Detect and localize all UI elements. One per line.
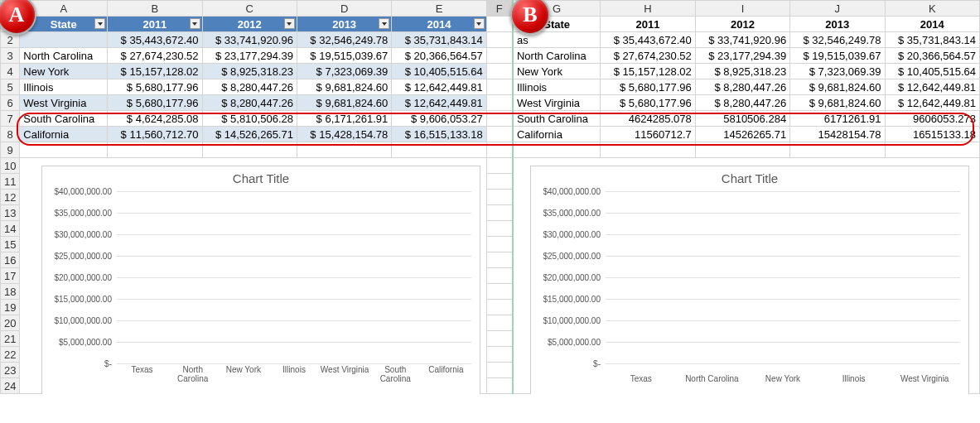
tableA-header-2012[interactable]: 2012 <box>202 17 297 32</box>
cell[interactable] <box>790 142 885 158</box>
row-header[interactable]: 21 <box>1 331 20 347</box>
cell[interactable]: $ 10,405,515.64 <box>885 64 980 79</box>
cell[interactable]: 15428154.78 <box>790 127 885 142</box>
cell[interactable]: $ 35,443,672.40 <box>601 32 695 48</box>
cell[interactable]: California <box>513 127 601 142</box>
cell[interactable] <box>486 347 513 363</box>
cell[interactable]: $ 12,642,449.81 <box>392 95 486 111</box>
cell[interactable] <box>601 142 695 158</box>
cell[interactable]: $ 20,366,564.57 <box>885 48 980 64</box>
cell[interactable]: $ 33,741,920.96 <box>202 32 297 48</box>
cell[interactable] <box>486 127 513 142</box>
row-header[interactable]: 3 <box>1 48 20 64</box>
tableA-header-2011[interactable]: 2011 <box>108 17 202 32</box>
cell[interactable]: $ 14,526,265.71 <box>202 127 297 142</box>
cell[interactable] <box>486 111 513 127</box>
cell[interactable]: $ 5,810,506.28 <box>202 111 297 127</box>
cell[interactable] <box>486 79 513 95</box>
col-header-h[interactable]: H <box>601 1 695 17</box>
cell[interactable] <box>486 221 513 237</box>
cell[interactable] <box>486 363 513 378</box>
cell[interactable]: $ 15,157,128.02 <box>108 64 202 79</box>
cell[interactable]: $ 10,405,515.64 <box>392 64 486 79</box>
row-header[interactable]: 17 <box>1 268 20 284</box>
cell[interactable]: $ 7,323,069.39 <box>297 64 391 79</box>
cell[interactable]: New York <box>513 64 601 79</box>
cell[interactable] <box>297 142 391 158</box>
row-header[interactable]: 11 <box>1 174 20 190</box>
cell[interactable] <box>202 142 297 158</box>
cell[interactable] <box>486 190 513 205</box>
cell[interactable] <box>695 142 789 158</box>
cell[interactable]: California <box>20 127 108 142</box>
cell[interactable] <box>486 205 513 221</box>
tableA-header-2014[interactable]: 2014 <box>392 17 486 32</box>
col-header-e[interactable]: E <box>392 1 486 17</box>
cell[interactable] <box>885 142 980 158</box>
row-header[interactable]: 6 <box>1 95 20 111</box>
cell[interactable]: $ 9,681,824.60 <box>790 95 885 111</box>
cell[interactable]: $ 12,642,449.81 <box>885 95 980 111</box>
tableB-header-2012[interactable]: 2012 <box>695 17 789 32</box>
cell[interactable]: West Virginia <box>20 95 108 111</box>
row-header[interactable]: 8 <box>1 127 20 142</box>
cell[interactable]: 4624285.078 <box>601 111 695 127</box>
cell[interactable] <box>486 158 513 174</box>
filter-dropdown-icon[interactable] <box>190 18 200 29</box>
cell[interactable] <box>486 315 513 331</box>
cell[interactable]: 5810506.284 <box>695 111 789 127</box>
cell[interactable]: $ 8,925,318.23 <box>202 64 297 79</box>
cell[interactable]: 11560712.7 <box>601 127 695 142</box>
cell[interactable]: South Carolina <box>513 111 601 127</box>
cell[interactable]: $ 20,366,564.57 <box>392 48 486 64</box>
cell[interactable]: $ 35,443,672.40 <box>108 32 202 48</box>
row-header[interactable]: 16 <box>1 252 20 268</box>
cell[interactable]: North Carolina <box>513 48 601 64</box>
row-header[interactable]: 20 <box>1 315 20 331</box>
cell[interactable] <box>486 174 513 190</box>
cell[interactable]: $ 8,280,447.26 <box>695 95 789 111</box>
filter-dropdown-icon[interactable] <box>474 18 485 29</box>
cell[interactable]: $ 23,177,294.39 <box>202 48 297 64</box>
cell[interactable]: $ 5,680,177.96 <box>108 79 202 95</box>
row-header[interactable]: 22 <box>1 347 20 363</box>
cell[interactable]: West Virginia <box>513 95 601 111</box>
cell[interactable]: $ 4,624,285.08 <box>108 111 202 127</box>
col-header-f[interactable]: F <box>486 1 513 17</box>
cell[interactable]: $ 12,642,449.81 <box>885 79 980 95</box>
cell[interactable] <box>486 64 513 79</box>
row-header[interactable]: 5 <box>1 79 20 95</box>
row-header[interactable]: 18 <box>1 284 20 300</box>
cell[interactable] <box>486 32 513 48</box>
cell[interactable]: Illinois <box>20 79 108 95</box>
cell[interactable]: 16515133.18 <box>885 127 980 142</box>
row-header[interactable]: 4 <box>1 64 20 79</box>
row-header[interactable]: 13 <box>1 205 20 221</box>
row-header[interactable]: 9 <box>1 142 20 158</box>
col-header-k[interactable]: K <box>885 1 980 17</box>
row-header[interactable]: 10 <box>1 158 20 174</box>
tableB-header-2011[interactable]: 2011 <box>601 17 695 32</box>
cell[interactable]: New York <box>20 64 108 79</box>
chart-right[interactable]: Chart Title $-$5,000,000.00$10,000,000.0… <box>530 166 969 394</box>
col-header-d[interactable]: D <box>297 1 391 17</box>
cell[interactable]: $ 8,280,447.26 <box>202 79 297 95</box>
cell[interactable] <box>392 142 486 158</box>
row-header[interactable]: 12 <box>1 190 20 205</box>
cell[interactable] <box>20 142 108 158</box>
cell[interactable] <box>486 252 513 268</box>
cell[interactable] <box>486 331 513 347</box>
cell[interactable]: $ 19,515,039.67 <box>297 48 391 64</box>
cell[interactable]: $ 35,731,843.14 <box>885 32 980 48</box>
cell[interactable]: $ 5,680,177.96 <box>108 95 202 111</box>
cell[interactable]: $ 6,171,261.91 <box>297 111 391 127</box>
cell[interactable] <box>20 32 108 48</box>
cell[interactable]: $ 9,681,824.60 <box>297 79 391 95</box>
cell[interactable]: $ 33,741,920.96 <box>695 32 789 48</box>
cell[interactable]: $ 15,428,154.78 <box>297 127 391 142</box>
cell[interactable]: $ 9,606,053.27 <box>392 111 486 127</box>
cell[interactable]: $ 23,177,294.39 <box>695 48 789 64</box>
row-header[interactable]: 7 <box>1 111 20 127</box>
tableA-header-2013[interactable]: 2013 <box>297 17 391 32</box>
cell[interactable]: North Carolina <box>20 48 108 64</box>
